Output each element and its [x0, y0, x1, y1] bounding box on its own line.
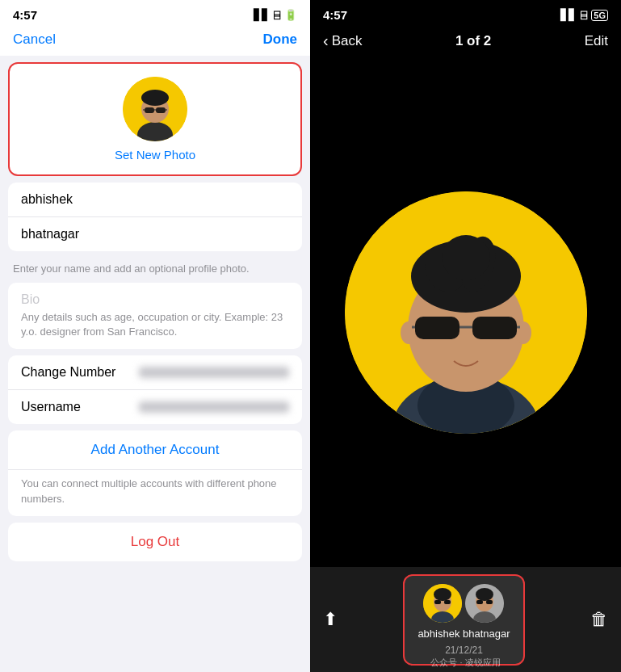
thumbnail-card: abhishek bhatnagar 21/12/21 [403, 574, 524, 666]
bio-placeholder: Bio [8, 283, 302, 310]
svg-rect-4 [145, 107, 154, 113]
left-panel: 4:57 ▋▋ ⌸ 🔋 Cancel Done [0, 0, 310, 672]
svg-rect-36 [486, 600, 493, 604]
right-wifi-icon: ⌸ [581, 9, 587, 21]
svg-point-3 [141, 90, 169, 106]
left-status-icons: ▋▋ ⌸ 🔋 [254, 9, 297, 21]
battery-icon: 🔋 [284, 9, 297, 21]
right-header: ‹ Back 1 of 2 Edit [310, 27, 621, 58]
username-label: Username [21, 400, 126, 414]
add-account-section: Add Another Account You can connect mult… [8, 430, 302, 515]
right-panel: 4:57 ▋▋ ⌸ 5G ‹ Back 1 of 2 Edit [310, 0, 621, 672]
thumb-img-2 [465, 584, 504, 623]
wechat-label: 公众号 · 凌锐应用 [430, 657, 500, 669]
bio-section[interactable]: Bio Any details such as age, occupation … [8, 283, 302, 349]
right-status-bar: 4:57 ▋▋ ⌸ 5G [310, 0, 621, 27]
thumbnail-images [423, 584, 504, 623]
name-fields-section: abhishek bhatnagar [8, 183, 302, 251]
set-new-photo-button[interactable]: Set New Photo [115, 148, 195, 162]
username-value [139, 401, 289, 413]
svg-point-17 [442, 235, 490, 280]
change-number-label: Change Number [21, 365, 126, 380]
left-time: 4:57 [13, 8, 37, 22]
photo-section[interactable]: Set New Photo [8, 62, 302, 176]
svg-rect-29 [434, 600, 441, 604]
last-name-field[interactable]: bhatnagar [8, 217, 302, 251]
logout-section[interactable]: Log Out [8, 523, 302, 561]
edit-button[interactable]: Edit [585, 33, 608, 49]
thumbnail-date: 21/12/21 [445, 645, 483, 656]
svg-rect-35 [476, 600, 483, 604]
delete-icon[interactable]: 🗑 [590, 609, 608, 630]
svg-rect-20 [415, 317, 459, 339]
change-number-row[interactable]: Change Number [8, 355, 302, 390]
change-number-value [139, 367, 289, 378]
main-photo [345, 191, 587, 434]
add-account-hint: You can connect multiple accounts with d… [8, 470, 302, 515]
signal-icon: ▋▋ [254, 9, 270, 21]
name-hint: Enter your name and add an optional prof… [0, 258, 310, 283]
svg-point-19 [515, 321, 531, 344]
logout-button[interactable]: Log Out [131, 534, 180, 550]
first-name-field[interactable]: abhishek [8, 183, 302, 217]
svg-rect-30 [444, 600, 451, 604]
share-icon[interactable]: ⬆ [323, 609, 338, 630]
right-signal-icon: ▋▋ [560, 9, 577, 21]
left-status-bar: 4:57 ▋▋ ⌸ 🔋 [0, 0, 310, 27]
wechat-watermark: 公众号 · 凌锐应用 [310, 657, 621, 669]
info-section: Change Number Username [8, 355, 302, 424]
svg-rect-5 [156, 107, 166, 113]
cancel-button[interactable]: Cancel [13, 32, 56, 48]
bio-hint: Any details such as age, occupation or c… [8, 310, 302, 349]
username-row[interactable]: Username [8, 390, 302, 424]
chevron-left-icon: ‹ [323, 32, 329, 50]
thumb-img-1 [423, 584, 462, 623]
left-header: Cancel Done [0, 27, 310, 56]
back-button[interactable]: ‹ Back [323, 32, 362, 50]
svg-point-28 [434, 588, 451, 601]
page-info: 1 of 2 [455, 33, 491, 49]
svg-point-18 [401, 321, 417, 344]
right-5g-icon: 5G [591, 10, 608, 21]
right-time: 4:57 [323, 8, 347, 22]
add-account-button[interactable]: Add Another Account [8, 430, 302, 470]
photo-viewer [310, 58, 621, 567]
wifi-icon: ⌸ [274, 9, 280, 21]
svg-rect-21 [472, 317, 517, 339]
done-button[interactable]: Done [262, 32, 297, 48]
avatar[interactable] [123, 77, 187, 141]
svg-point-34 [476, 588, 493, 601]
right-status-icons: ▋▋ ⌸ 5G [560, 9, 608, 21]
thumbnail-name: abhishek bhatnagar [417, 628, 510, 640]
